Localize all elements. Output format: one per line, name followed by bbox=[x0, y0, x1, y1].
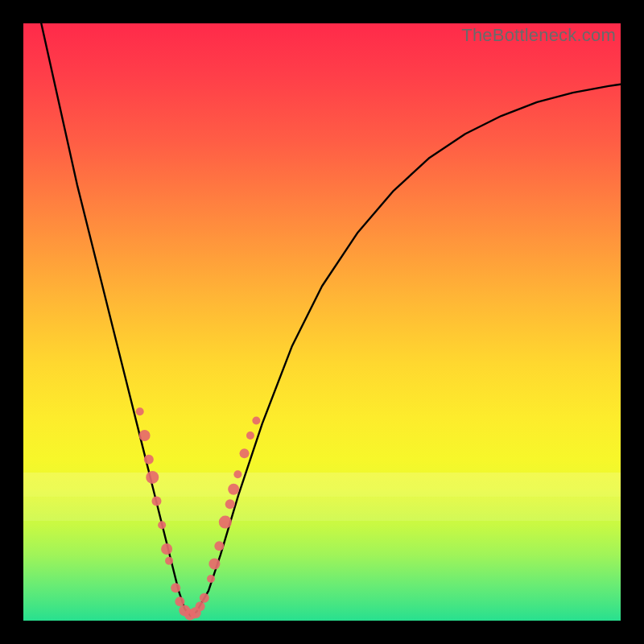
data-point bbox=[207, 575, 215, 583]
chart-svg bbox=[23, 23, 621, 621]
data-point bbox=[200, 593, 209, 603]
data-point bbox=[158, 521, 166, 529]
data-point bbox=[196, 601, 205, 611]
data-point bbox=[219, 516, 232, 529]
data-point bbox=[136, 407, 144, 415]
data-point bbox=[233, 470, 242, 478]
chart-plot-area: TheBottleneck.com bbox=[23, 23, 621, 621]
data-point bbox=[228, 484, 239, 495]
data-point bbox=[214, 541, 224, 551]
data-point bbox=[139, 430, 151, 441]
data-point bbox=[240, 448, 250, 458]
data-point bbox=[252, 416, 260, 424]
bottleneck-curve bbox=[41, 23, 621, 616]
data-point bbox=[165, 557, 173, 565]
data-point bbox=[246, 431, 254, 440]
data-point bbox=[146, 471, 159, 484]
data-point bbox=[208, 559, 220, 570]
data-point bbox=[175, 597, 184, 606]
data-point bbox=[144, 455, 154, 464]
data-point bbox=[161, 543, 172, 555]
data-point bbox=[171, 583, 180, 592]
data-point bbox=[151, 497, 161, 506]
data-point bbox=[225, 499, 235, 509]
